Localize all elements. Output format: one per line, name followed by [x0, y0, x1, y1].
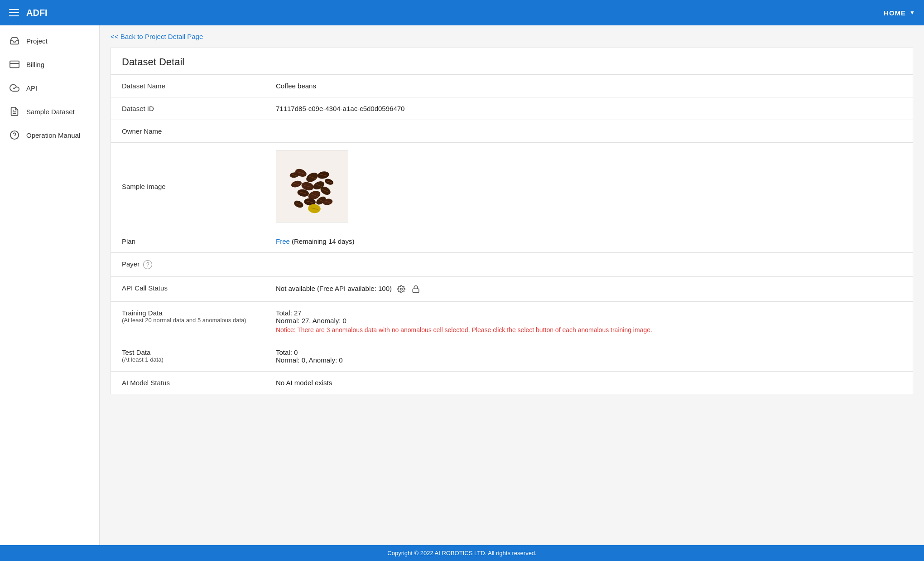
value-api-call-status: Not available (Free API available: 100) [276, 284, 902, 294]
inbox-icon [9, 35, 20, 46]
plan-free-label: Free [276, 237, 290, 245]
row-api-call-status: API Call Status Not available (Free API … [111, 276, 913, 301]
sidebar: Project Billing API [0, 25, 100, 545]
footer-text: Copyright © 2022 AI ROBOTICS LTD. All ri… [387, 550, 536, 556]
sidebar-item-sample-dataset[interactable]: Sample Dataset [0, 100, 99, 123]
row-test-data: Test Data (At least 1 data) Total: 0 Nor… [111, 341, 913, 371]
row-dataset-name: Dataset Name Coffee beans [111, 74, 913, 97]
sidebar-operation-manual-label: Operation Manual [26, 131, 80, 139]
row-payer: Payer ? [111, 252, 913, 276]
hamburger-menu[interactable] [9, 9, 19, 16]
app-logo: ADFI [26, 8, 48, 18]
file-text-icon [9, 106, 20, 117]
header: ADFI HOME ▼ [0, 0, 924, 25]
footer: Copyright © 2022 AI ROBOTICS LTD. All ri… [0, 545, 924, 561]
nav-dropdown-arrow[interactable]: ▼ [910, 10, 915, 16]
row-owner-name: Owner Name [111, 120, 913, 142]
row-dataset-id: Dataset ID 71117d85-c09e-4304-a1ac-c5d0d… [111, 97, 913, 120]
header-right: HOME ▼ [884, 9, 915, 17]
home-nav-label[interactable]: HOME [884, 9, 906, 17]
credit-card-icon [9, 59, 20, 70]
dataset-detail-title: Dataset Detail [111, 48, 913, 74]
label-api-call-status: API Call Status [122, 284, 276, 292]
main-layout: Project Billing API [0, 25, 924, 545]
plan-suffix: (Remaining 14 days) [290, 237, 355, 245]
row-plan: Plan Free (Remaining 14 days) [111, 230, 913, 252]
value-training-data: Total: 27 Normal: 27, Anomaly: 0 Notice:… [276, 309, 902, 334]
question-circle-icon [9, 130, 20, 140]
sample-image-thumbnail [276, 150, 348, 222]
label-plan: Plan [122, 237, 276, 245]
sidebar-api-label: API [26, 84, 37, 92]
row-sample-image: Sample Image [111, 142, 913, 230]
svg-rect-40 [413, 289, 419, 292]
api-lock-icon[interactable] [411, 284, 421, 294]
sidebar-item-billing[interactable]: Billing [0, 53, 99, 76]
api-settings-gear-icon[interactable] [396, 284, 406, 294]
value-plan: Free (Remaining 14 days) [276, 237, 902, 245]
header-left: ADFI [9, 8, 48, 18]
sidebar-billing-label: Billing [26, 61, 44, 68]
payer-help-icon[interactable]: ? [143, 260, 152, 269]
back-link[interactable]: << Back to Project Detail Page [111, 33, 203, 40]
sidebar-item-api[interactable]: API [0, 76, 99, 100]
sidebar-item-operation-manual[interactable]: Operation Manual [0, 123, 99, 147]
row-training-data: Training Data (At least 20 normal data a… [111, 301, 913, 341]
dataset-detail-card: Dataset Detail Dataset Name Coffee beans… [111, 48, 913, 394]
row-ai-model-status: AI Model Status No AI model exists [111, 371, 913, 394]
svg-rect-0 [10, 61, 19, 68]
label-training-data: Training Data (At least 20 normal data a… [122, 309, 276, 324]
label-dataset-id: Dataset ID [122, 105, 276, 112]
sidebar-item-project[interactable]: Project [0, 29, 99, 53]
label-test-data: Test Data (At least 1 data) [122, 348, 276, 363]
value-dataset-id: 71117d85-c09e-4304-a1ac-c5d0d0596470 [276, 105, 902, 112]
value-test-data: Total: 0 Normal: 0, Anomaly: 0 [276, 348, 902, 364]
label-ai-model-status: AI Model Status [122, 379, 276, 387]
value-ai-model-status: No AI model exists [276, 379, 902, 387]
label-sample-image: Sample Image [122, 183, 276, 190]
svg-point-39 [400, 288, 403, 290]
label-owner-name: Owner Name [122, 127, 276, 135]
value-dataset-name: Coffee beans [276, 82, 902, 90]
content-area: << Back to Project Detail Page Dataset D… [100, 25, 924, 545]
label-dataset-name: Dataset Name [122, 82, 276, 90]
cloud-check-icon [9, 82, 20, 93]
sidebar-sample-dataset-label: Sample Dataset [26, 108, 75, 116]
training-data-notice: Notice: There are 3 anomalous data with … [276, 326, 902, 334]
value-sample-image [276, 150, 902, 222]
sidebar-project-label: Project [26, 37, 48, 45]
label-payer: Payer ? [122, 260, 276, 269]
